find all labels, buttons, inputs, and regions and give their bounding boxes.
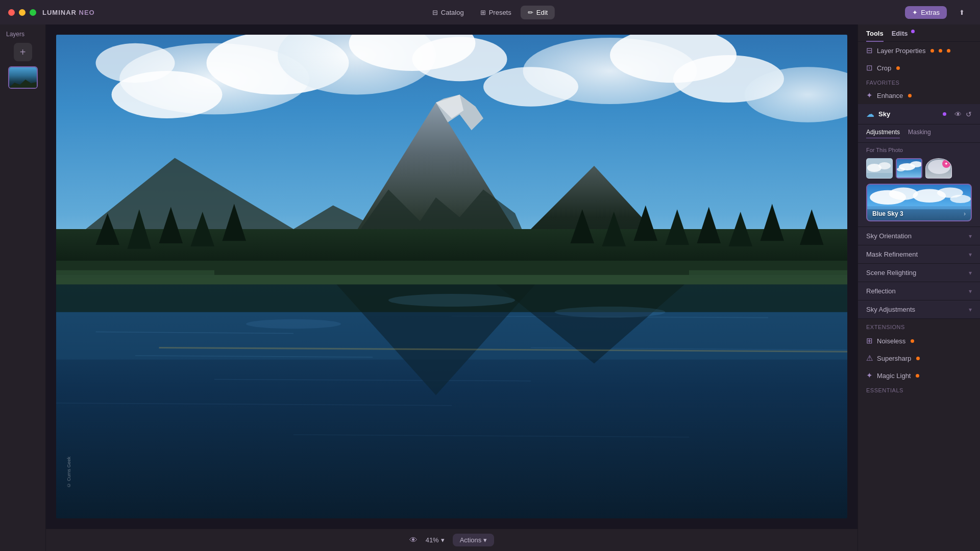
minimize-button[interactable] <box>19 9 26 16</box>
tab-masking[interactable]: Masking <box>908 129 931 138</box>
sky-thumb-1[interactable] <box>866 158 893 179</box>
scene-relighting-section[interactable]: Scene Relighting ▾ <box>858 263 980 282</box>
layer-thumbnail[interactable] <box>8 66 38 89</box>
enhance-dot <box>908 94 912 97</box>
layer-properties-item[interactable]: ⊟ Layer Properties <box>858 42 980 59</box>
extras-button[interactable]: ✦ Extras <box>905 6 947 19</box>
magic-light-item[interactable]: ✦ Magic Light <box>858 367 980 384</box>
selected-sky-chevron-icon: › <box>964 210 966 217</box>
presets-icon: ⊞ <box>480 9 486 16</box>
noiseless-dot <box>911 339 914 343</box>
sky-thumbnails: ✦ <box>858 155 980 184</box>
edit-nav-button[interactable]: ✏ Edit <box>521 6 555 19</box>
noiseless-item[interactable]: ⊞ Noiseless <box>858 332 980 349</box>
sky-actions: 👁 ↺ <box>954 110 972 118</box>
supersharp-dot <box>916 357 920 360</box>
titlebar: LUMINAR NEO ⊟ Catalog ⊞ Presets ✏ Edit ✦… <box>0 0 980 24</box>
zoom-chevron-icon: ▾ <box>441 536 445 544</box>
tab-adjustments[interactable]: Adjustments <box>866 129 900 138</box>
layer-properties-dot3 <box>947 49 950 53</box>
maximize-button[interactable] <box>30 9 36 16</box>
favorites-label: Favorites <box>858 77 980 87</box>
photo-image <box>56 35 847 518</box>
bottom-bar: 👁 41% ▾ Actions ▾ <box>46 529 857 551</box>
main-content: Layers + <box>0 24 980 551</box>
svg-point-6 <box>412 37 507 81</box>
sky-orientation-section[interactable]: Sky Orientation ▾ <box>858 227 980 245</box>
magic-light-dot <box>916 374 919 378</box>
tab-edits[interactable]: Edits <box>892 30 915 41</box>
tab-tools[interactable]: Tools <box>866 30 884 41</box>
sky-cloud-icon: ☁ <box>866 109 874 119</box>
titlebar-right: ✦ Extras ⬆ <box>905 6 972 19</box>
layers-title: Layers <box>0 31 24 38</box>
selected-sky-label: Blue Sky 3 <box>872 210 903 217</box>
copyright-text: © Curns Geek <box>66 457 71 488</box>
layers-panel: Layers + <box>0 24 46 551</box>
crop-item[interactable]: ⊡ Crop <box>858 59 980 77</box>
photo-container: © Curns Geek <box>56 35 847 518</box>
mask-refinement-section[interactable]: Mask Refinement ▾ <box>858 245 980 263</box>
layer-thumb-preview <box>9 67 37 88</box>
svg-point-59 <box>910 161 922 167</box>
crop-dot <box>896 66 900 70</box>
sky-thumb-2[interactable] <box>896 158 922 179</box>
actions-chevron-icon: ▾ <box>483 536 487 544</box>
share-button[interactable]: ⬆ <box>952 6 972 19</box>
supersharp-icon: ⚠ <box>866 354 873 363</box>
enhance-item[interactable]: ✦ Enhance <box>858 87 980 104</box>
add-layer-button[interactable]: + <box>14 43 32 61</box>
svg-point-50 <box>246 319 341 329</box>
extensions-label: Extensions <box>858 318 980 332</box>
sky-adjustments-section[interactable]: Sky Adjustments ▾ <box>858 300 980 318</box>
scene-relighting-chevron-icon: ▾ <box>969 269 972 277</box>
layer-properties-dot2 <box>939 49 942 53</box>
svg-point-60 <box>897 167 905 171</box>
supersharp-item[interactable]: ⚠ Supersharp <box>858 349 980 367</box>
canvas-area: © Curns Geek 👁 41% ▾ Actions ▾ <box>46 24 857 551</box>
reflection-section[interactable]: Reflection ▾ <box>858 282 980 300</box>
edit-icon: ✏ <box>528 9 533 16</box>
actions-button[interactable]: Actions ▾ <box>453 534 495 546</box>
eye-icon[interactable]: 👁 <box>954 110 962 118</box>
svg-point-10 <box>483 67 578 107</box>
star-icon: ✦ <box>912 9 918 16</box>
essentials-label: Essentials <box>858 384 980 394</box>
catalog-icon: ⊟ <box>432 9 438 16</box>
catalog-nav-button[interactable]: ⊟ Catalog <box>425 6 471 19</box>
traffic-lights <box>8 9 36 16</box>
svg-rect-47 <box>56 270 214 279</box>
svg-point-51 <box>555 307 666 318</box>
panel-tabs: Tools Edits <box>858 24 980 42</box>
reset-icon[interactable]: ↺ <box>966 110 972 118</box>
titlebar-nav: ⊟ Catalog ⊞ Presets ✏ Edit <box>425 6 555 19</box>
magic-light-icon: ✦ <box>866 371 873 380</box>
enhance-icon: ✦ <box>866 91 873 100</box>
for-this-photo-label: For This Photo <box>858 143 980 155</box>
sky-orientation-chevron-icon: ▾ <box>969 233 972 240</box>
sky-module: ☁ Sky 👁 ↺ Adjustments Masking For This P… <box>858 104 980 318</box>
svg-point-68 <box>950 195 971 203</box>
svg-rect-48 <box>689 270 847 279</box>
sky-thumb-3[interactable]: ✦ <box>925 158 952 179</box>
svg-rect-56 <box>867 173 893 179</box>
svg-point-11 <box>96 43 175 83</box>
presets-nav-button[interactable]: ⊞ Presets <box>473 6 519 19</box>
photo-canvas[interactable]: © Curns Geek <box>46 24 857 529</box>
close-button[interactable] <box>8 9 15 16</box>
layer-properties-icon: ⊟ <box>866 46 873 55</box>
noiseless-icon: ⊞ <box>866 336 873 345</box>
mask-refinement-chevron-icon: ▾ <box>969 251 972 258</box>
edits-dot <box>911 30 915 33</box>
share-icon: ⬆ <box>959 9 965 16</box>
sky-dot <box>943 112 946 116</box>
zoom-control[interactable]: 41% ▾ <box>426 536 445 544</box>
right-panel: Tools Edits ⊟ Layer Properties ⊡ Crop Fa… <box>857 24 980 551</box>
sky-adjustments-chevron-icon: ▾ <box>969 306 972 313</box>
layer-properties-dot <box>930 49 934 53</box>
sky-sub-tabs: Adjustments Masking <box>858 124 980 143</box>
selected-sky-preview[interactable]: Blue Sky 3 › <box>866 184 972 221</box>
svg-point-55 <box>878 162 891 169</box>
svg-point-49 <box>388 294 515 307</box>
visibility-icon[interactable]: 👁 <box>409 536 418 545</box>
